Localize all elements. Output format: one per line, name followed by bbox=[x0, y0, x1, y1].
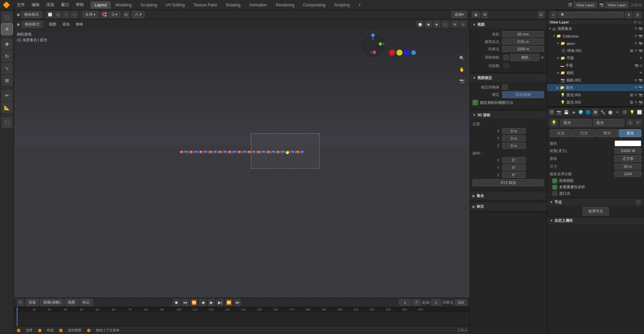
tab-uv-editing[interactable]: UV Editing bbox=[162, 1, 189, 9]
start-frame[interactable]: 1 bbox=[431, 299, 441, 306]
transform-tool[interactable]: ⊞ bbox=[1, 75, 13, 86]
timeline-icon[interactable]: ⏱ bbox=[17, 299, 24, 306]
snap-options[interactable]: ⟨⟩ ▾ bbox=[109, 11, 120, 18]
prop-modifier-icon[interactable]: 🔧 bbox=[599, 108, 606, 116]
global-local-toggle[interactable]: 全局 ▾ bbox=[82, 11, 99, 18]
tab-compositing[interactable]: Compositing bbox=[299, 1, 330, 9]
focal-length-value[interactable]: 50 mm bbox=[502, 31, 544, 37]
nodes-section-header[interactable]: ▼ 节点 ⋮ bbox=[547, 198, 644, 206]
tab-sculpting[interactable]: Sculpting bbox=[137, 1, 161, 9]
tab-modeling[interactable]: Modeling bbox=[111, 1, 136, 9]
viewport-mode-display[interactable]: 物体模式 bbox=[22, 21, 43, 28]
rotation-mode-value[interactable]: XYZ 欧拉 bbox=[473, 179, 544, 186]
prev-keyframe-btn[interactable]: ⏪ bbox=[190, 299, 198, 306]
light-type-area[interactable]: 面光 bbox=[619, 129, 641, 137]
outliner-search-input[interactable] bbox=[566, 13, 622, 17]
shape-dropdown[interactable]: 正方形 bbox=[614, 155, 641, 162]
annotation-header[interactable]: ▶ 标注 ⋮⋮ bbox=[470, 203, 547, 210]
camera-ortho-btn[interactable]: 📷 bbox=[457, 76, 467, 86]
cam-parent-visibility[interactable]: 👁 bbox=[639, 71, 643, 75]
plane-render-icon[interactable]: 📷 bbox=[635, 64, 639, 67]
eye-icon[interactable]: 👁 bbox=[634, 20, 637, 24]
view-selector[interactable]: 视图 bbox=[65, 299, 78, 306]
camera-btn[interactable]: 相机 bbox=[510, 54, 539, 61]
atom-arrow[interactable]: ▼ bbox=[556, 42, 560, 45]
tab-texture-paint[interactable]: Texture Paint bbox=[190, 1, 221, 9]
atom-visibility[interactable]: 👁 bbox=[634, 42, 638, 45]
light002-render[interactable]: 📷 bbox=[639, 101, 643, 104]
view-layer-selector[interactable]: View Layer bbox=[605, 2, 628, 8]
custom-props-header[interactable]: ▼ 自定义属性 bbox=[547, 217, 644, 224]
outliner-search-box[interactable]: 🔍 bbox=[558, 12, 624, 18]
measure-tool[interactable]: 📐 bbox=[1, 102, 13, 113]
shading-material-btn[interactable]: ◉ bbox=[425, 20, 432, 28]
playback-selector[interactable]: 回放 bbox=[25, 299, 39, 306]
panel-filter[interactable]: ☰ bbox=[537, 11, 545, 18]
proportional-options[interactable]: 八 ▾ bbox=[132, 11, 145, 18]
use-nodes-btn[interactable]: 使用节点 bbox=[583, 207, 609, 215]
tree-light-parent[interactable]: ▶ 📁 面光 👁 📷 bbox=[547, 84, 644, 91]
shading-rendered-btn[interactable]: ◈ bbox=[433, 20, 440, 28]
menu-edit[interactable]: 编辑 bbox=[29, 1, 42, 8]
nodes-options[interactable]: ⋮ bbox=[636, 199, 641, 205]
add-menu[interactable]: 添加 bbox=[60, 21, 72, 27]
scale-tool[interactable]: ⤡ bbox=[1, 63, 13, 74]
tree-plane-parent[interactable]: ▼ 📁 平面 👁 bbox=[547, 55, 644, 62]
view-lock-header[interactable]: ▼ 视图锁定 ⋮⋮ bbox=[470, 74, 547, 82]
end-frame[interactable]: 250 bbox=[455, 299, 467, 306]
menu-render[interactable]: 渲染 bbox=[44, 1, 57, 8]
overlay-btn[interactable]: ≋ bbox=[451, 20, 459, 28]
lock-camera-checkbox[interactable]: ✓ bbox=[473, 100, 478, 105]
tree-scene-collection[interactable]: ▼ 🗂 场景集合 👁 📷 bbox=[547, 25, 644, 32]
multiple-importance-checkbox[interactable]: ✓ bbox=[552, 185, 557, 190]
outliner-options-btn[interactable]: ☰ bbox=[634, 11, 641, 18]
camera-crosshair[interactable]: ✕ bbox=[541, 55, 544, 60]
snap-btn[interactable]: 🧲 bbox=[101, 11, 108, 18]
scene-selector[interactable]: View Layer bbox=[574, 2, 597, 8]
annotate-tool[interactable]: ✏ bbox=[1, 90, 13, 101]
prop-output-icon[interactable]: 💾 bbox=[563, 108, 570, 116]
tree-camera-parent[interactable]: ▼ 📁 相机 👁 bbox=[547, 69, 644, 77]
light-parent-arrow[interactable]: ▶ bbox=[556, 86, 559, 89]
interpolation-selector[interactable]: 插播(插帧) bbox=[40, 299, 63, 306]
prop-scene-icon[interactable]: 🎬 bbox=[548, 108, 555, 116]
light002-visibility[interactable]: 👁 bbox=[634, 101, 638, 104]
energy-value[interactable]: 10000 W bbox=[614, 148, 641, 154]
lock-object-checkbox[interactable] bbox=[502, 84, 507, 90]
view-menu[interactable]: 视图 bbox=[47, 21, 58, 27]
collection-header[interactable]: ▶ 集合 ⋮⋮ bbox=[470, 192, 547, 200]
prop-physics-icon[interactable]: ⚛ bbox=[614, 108, 621, 116]
lock-3d-value[interactable]: 至3D游标 bbox=[502, 91, 544, 98]
plane-parent-arrow[interactable]: ▼ bbox=[556, 56, 560, 60]
viewport-options-btn[interactable]: 选项▾ bbox=[451, 11, 467, 18]
tree-atom[interactable]: ▼ 📁 atom 👁 📷 bbox=[547, 40, 644, 47]
light001-visibility[interactable]: 👁 bbox=[634, 93, 638, 97]
cursor-rz-value[interactable]: 0° bbox=[502, 172, 526, 178]
render-icon[interactable]: 📷 bbox=[639, 27, 643, 30]
tree-collection[interactable]: ▼ 📁 Collection 👁 📷 bbox=[547, 32, 644, 40]
select-all-btn[interactable]: ⬜ bbox=[46, 11, 54, 18]
prop-data-icon[interactable]: 💡 bbox=[629, 108, 635, 116]
local-camera-checkbox[interactable] bbox=[503, 55, 509, 60]
light002-constraint[interactable]: ⛓ bbox=[630, 101, 633, 104]
plane-extra-icon[interactable]: ◎ bbox=[640, 64, 643, 67]
cursor-section-header[interactable]: ▼ 3D 游标 ⋮⋮ bbox=[470, 111, 547, 119]
color-preview[interactable] bbox=[614, 140, 641, 146]
prop-render-icon[interactable]: 📷 bbox=[556, 108, 562, 116]
portal-checkbox[interactable] bbox=[552, 191, 557, 196]
panel-icon-grid[interactable]: ⊞ bbox=[481, 11, 488, 18]
cam001-visibility[interactable]: 👁 bbox=[634, 78, 638, 82]
visibility-icon[interactable]: 👁 bbox=[634, 27, 638, 30]
next-keyframe-btn[interactable]: ⏩ bbox=[225, 299, 232, 306]
cam001-render[interactable]: 📷 bbox=[639, 78, 643, 82]
sphere-visibility[interactable]: 👁 bbox=[634, 49, 638, 53]
atom-render[interactable]: 📷 bbox=[639, 42, 643, 45]
plane-parent-visibility[interactable]: 👁 bbox=[639, 56, 643, 60]
view-section-header[interactable]: ▼ 视图 ⋮⋮ bbox=[470, 21, 547, 28]
light-parent-render[interactable]: 📷 bbox=[639, 86, 643, 89]
select-circle-btn[interactable]: ○ bbox=[62, 11, 70, 18]
prop-particles-icon[interactable]: ⬤ bbox=[607, 108, 613, 116]
tree-plane[interactable]: ▬ 平面 📷 ◎ bbox=[547, 62, 644, 69]
clip-end-value[interactable]: 1000 m bbox=[502, 46, 544, 52]
tab-animation[interactable]: Animation bbox=[245, 1, 271, 9]
